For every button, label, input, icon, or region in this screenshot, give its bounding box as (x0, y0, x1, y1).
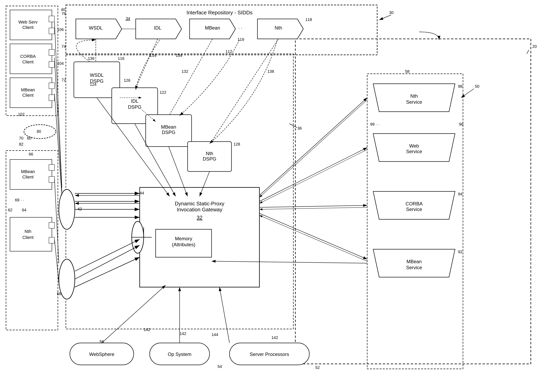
ref-32: 32 (197, 214, 203, 220)
ref-144: 144 (212, 332, 218, 337)
dots-3: · · (376, 122, 380, 126)
mbean-label: MBean (205, 25, 220, 31)
ref-40: 40 (61, 7, 65, 12)
idl-dspg-label-1: IDL (131, 98, 138, 104)
memory-label-2: (Attributes) (172, 242, 195, 247)
ref-74: 74 (62, 44, 66, 49)
ref-62: 62 (8, 208, 12, 212)
dots-1: · · (239, 25, 242, 31)
ref-99: 99 (370, 122, 375, 126)
ref-54: 54 (218, 364, 222, 369)
ref-72: 72 (62, 78, 66, 82)
ref-118: 118 (305, 17, 312, 22)
ref-102: 102 (18, 112, 25, 117)
server-processors-label: Server Processors (250, 351, 289, 357)
svg-point-82 (59, 259, 75, 299)
ref-52: 52 (315, 365, 320, 370)
ref-66: 66 (29, 152, 33, 156)
ref-112: 112 (225, 49, 232, 54)
mbean-dspg-label-2: DSPG (162, 130, 175, 135)
ref-142-1: 142 (144, 327, 150, 332)
wsdl-label: WSDL (89, 25, 103, 31)
svg-rect-26 (10, 44, 52, 74)
ref-58: 58 (405, 69, 410, 74)
ref-104: 104 (57, 61, 64, 66)
interface-repository-label: Interface Repository - SIDDs (187, 10, 253, 15)
idl-dspg-label-2: DSPG (128, 104, 141, 110)
ref-36: 36 (297, 126, 302, 130)
svg-rect-25 (49, 28, 54, 34)
svg-rect-27 (49, 50, 54, 56)
memory-label-1: Memory (175, 236, 192, 241)
ref-30: 30 (389, 10, 394, 15)
idl-label: IDL (154, 25, 161, 31)
svg-rect-38 (49, 222, 54, 228)
ref-132: 132 (182, 69, 188, 74)
diagram-container: 20 30 Interface Repository - SIDDs WSDL … (0, 0, 541, 392)
nth-client-label-1: Nth (25, 229, 31, 234)
ref-94: 94 (458, 192, 462, 196)
ref-42: 42 (78, 207, 82, 211)
ref-134: 134 (176, 53, 182, 58)
op-system-label: Op System (168, 351, 192, 357)
svg-rect-28 (49, 61, 54, 67)
dots-2: · · (21, 198, 24, 202)
ref-82: 82 (19, 142, 23, 146)
mbean-client-top-label-1: MBean (21, 87, 35, 92)
svg-rect-31 (49, 95, 54, 101)
ref-98: 98 (458, 84, 462, 89)
ref-20: 20 (532, 44, 537, 49)
ref-80: 80 (37, 129, 41, 134)
nth-client-label-2: Client (22, 235, 34, 240)
corba-service-label-1: CORBA (406, 201, 422, 206)
ref-92: 92 (458, 250, 462, 254)
web-service-label-2: Service (406, 149, 422, 154)
ref-124: 124 (90, 82, 96, 87)
nth-service-label-2: Service (406, 99, 422, 105)
ref-70: 70 (19, 136, 23, 140)
ref-64: 64 (22, 208, 26, 212)
ref-60: 60 (27, 136, 31, 140)
mbean-service-label-1: MBean (406, 259, 422, 264)
ref-76: 76 (62, 11, 66, 16)
nth-ir-label: Nth (275, 25, 282, 31)
ref-50: 50 (475, 84, 479, 89)
corba-service-label-2: Service (406, 207, 422, 212)
svg-point-45 (59, 189, 75, 229)
ref-34: 34 (126, 16, 130, 21)
ref-96: 96 (459, 122, 463, 126)
ref-142-2: 142 (180, 331, 186, 336)
web-serv-client-label-1: Web Serv (18, 20, 37, 25)
mbean-service-label-2: Service (406, 265, 422, 270)
svg-rect-37 (10, 217, 52, 251)
ref-116: 116 (118, 56, 124, 61)
mbean-client-bottom-label-2: Client (22, 174, 34, 179)
web-service-label-1: Web (409, 143, 419, 148)
ref-122: 122 (160, 90, 166, 95)
websphere-label: WebSphere (89, 351, 114, 357)
corba-client-label-2: Client (22, 59, 34, 64)
ref-69: 69 (15, 198, 19, 202)
mbean-client-bottom-label-1: MBean (21, 169, 35, 174)
svg-rect-30 (49, 83, 54, 89)
mbean-dspg-label-1: MBean (161, 124, 176, 130)
gateway-label-1: Dynamic Static-Proxy (175, 201, 224, 207)
ref-136: 136 (88, 56, 94, 61)
ref-106: 106 (57, 27, 64, 32)
nth-dspg-label-1: Nth (206, 151, 213, 156)
web-serv-client-label-2: Client (22, 25, 34, 30)
svg-rect-35 (49, 164, 54, 170)
gateway-label-2: Invocation Gateway (177, 207, 222, 213)
ref-119: 119 (238, 37, 244, 42)
ref-142-3: 142 (271, 335, 278, 340)
svg-rect-24 (49, 16, 54, 22)
ref-44: 44 (140, 191, 144, 195)
corba-client-label-1: CORBA (20, 54, 36, 59)
wsdl-dspg-label-1: WSDL (90, 72, 104, 78)
ref-128: 128 (234, 142, 240, 146)
ref-138: 138 (267, 69, 274, 74)
mbean-client-top-label-2: Client (22, 93, 34, 98)
nth-dspg-label-2: DSPG (203, 156, 216, 162)
ref-126: 126 (124, 78, 130, 82)
nth-service-label-1: Nth (410, 93, 418, 99)
